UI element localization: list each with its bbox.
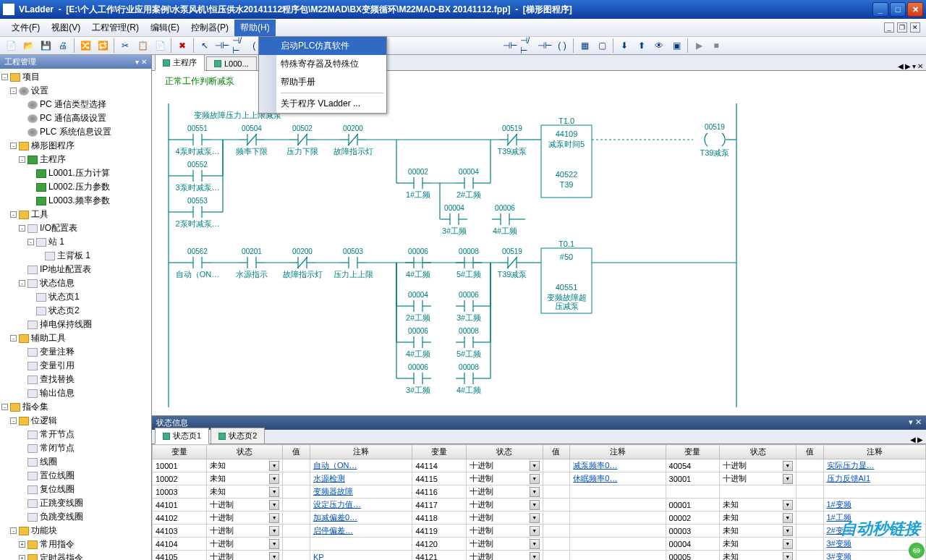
- connect-icon[interactable]: 🔀: [77, 38, 93, 53]
- download-icon[interactable]: ⬇: [616, 38, 632, 53]
- pin-icon[interactable]: ▾ ✕: [135, 58, 147, 66]
- col-header[interactable]: 值: [543, 445, 570, 459]
- connect2-icon[interactable]: 🔁: [95, 38, 111, 53]
- menu-2[interactable]: 工程管理(R): [86, 20, 145, 36]
- cut-icon[interactable]: ✂: [117, 38, 133, 53]
- tree-item[interactable]: 状态页1: [1, 290, 150, 304]
- tool-e-icon[interactable]: ▦: [577, 38, 592, 53]
- tool-f-icon[interactable]: ▢: [594, 38, 610, 53]
- tree-item[interactable]: 变量引用: [1, 359, 150, 373]
- contact-nc-icon[interactable]: ⊣/⊢: [232, 38, 247, 53]
- new-icon[interactable]: 📄: [3, 38, 19, 53]
- status-pin-icon[interactable]: ▾ ✕: [909, 417, 922, 428]
- tool-d-icon[interactable]: ( ): [554, 38, 570, 53]
- dropdown-icon[interactable]: ▼: [269, 461, 279, 471]
- tree-item[interactable]: -I/O配置表: [1, 221, 150, 235]
- run-icon[interactable]: ▶: [691, 38, 707, 53]
- tab-prev-icon[interactable]: ◀: [898, 62, 904, 70]
- tree-item[interactable]: PC 通信类型选择: [1, 98, 150, 111]
- menu-3[interactable]: 编辑(E): [145, 20, 185, 36]
- col-header[interactable]: 状态: [720, 445, 797, 459]
- dropdown-icon[interactable]: ▼: [783, 461, 793, 471]
- dropdown-icon[interactable]: ▼: [269, 487, 279, 497]
- tree-item[interactable]: 正跳变线圈: [1, 496, 150, 510]
- menu-0[interactable]: 文件(F): [6, 20, 46, 36]
- mdi-minimize[interactable]: _: [884, 22, 894, 33]
- table-row[interactable]: 44101十进制▼设定压力值…44117十进制▼00001未知▼1#变频: [153, 499, 926, 512]
- col-header[interactable]: 注释: [570, 445, 666, 459]
- monitor-icon[interactable]: 👁: [651, 38, 667, 53]
- dropdown-icon[interactable]: ▼: [530, 487, 540, 497]
- tree-item[interactable]: -主程序: [1, 153, 150, 166]
- dropdown-icon[interactable]: ▼: [530, 552, 540, 561]
- dropdown-icon[interactable]: ▼: [783, 552, 793, 561]
- dropdown-icon[interactable]: ▼: [530, 513, 540, 523]
- dropdown-icon[interactable]: ▼: [783, 474, 793, 484]
- status-tab-1[interactable]: 状态页1: [155, 428, 209, 444]
- tree-item[interactable]: +常用指令: [1, 538, 150, 551]
- tree-item[interactable]: PLC 系统信息设置: [1, 125, 150, 139]
- tool-c-icon[interactable]: ⊣⊢: [537, 38, 553, 53]
- table-row[interactable]: 10003未知▼变频器故障44116十进制▼: [153, 485, 926, 499]
- tree-item[interactable]: -梯形图程序: [1, 139, 150, 153]
- tool-b-icon[interactable]: ⊣/⊢: [519, 38, 535, 53]
- table-row[interactable]: 10002未知▼水源检测44115十进制▼休眠频率0…30001十进制▼压力反馈…: [153, 472, 926, 485]
- dropdown-icon[interactable]: ▼: [269, 500, 279, 510]
- tree-item[interactable]: 变量注释: [1, 345, 150, 359]
- tab-l000[interactable]: L000...: [206, 56, 257, 70]
- table-row[interactable]: 44104十进制▼44120十进制▼00004未知▼3#变频: [153, 538, 926, 551]
- table-row[interactable]: 44103十进制▼启停偏差…44119十进制▼00003未知▼2#变频: [153, 525, 926, 538]
- menu-start-sim[interactable]: 启动PLC仿真软件: [259, 37, 386, 55]
- maximize-button[interactable]: □: [890, 2, 906, 17]
- dropdown-icon[interactable]: ▼: [269, 513, 279, 523]
- col-header[interactable]: 注释: [823, 445, 926, 459]
- tree-item[interactable]: 输出信息: [1, 386, 150, 400]
- col-header[interactable]: 值: [796, 445, 823, 459]
- save-icon[interactable]: 💾: [38, 38, 54, 53]
- tree-item[interactable]: -项目: [1, 70, 150, 84]
- tree-item[interactable]: 置位线圈: [1, 469, 150, 483]
- mdi-restore[interactable]: ❐: [897, 22, 907, 33]
- stop-icon[interactable]: ■: [708, 38, 724, 53]
- dropdown-icon[interactable]: ▼: [783, 539, 793, 549]
- tab-close-icon[interactable]: ✕: [917, 62, 923, 70]
- tree-item[interactable]: IP地址配置表: [1, 263, 150, 276]
- tree-item[interactable]: L0001.压力计算: [1, 166, 150, 180]
- tool-a-icon[interactable]: ⊣⊢: [502, 38, 518, 53]
- io-icon[interactable]: ▣: [668, 38, 684, 53]
- dropdown-icon[interactable]: ▼: [269, 526, 279, 536]
- stab-next-icon[interactable]: ▶: [917, 436, 923, 444]
- close-button[interactable]: ✕: [907, 2, 923, 17]
- table-row[interactable]: 10001未知▼自动（ON…44114十进制▼减泵频率0…40054十进制▼实际…: [153, 459, 926, 472]
- col-header[interactable]: 变量: [153, 445, 207, 459]
- tree-item[interactable]: -指令集: [1, 400, 150, 414]
- dropdown-icon[interactable]: ▼: [783, 513, 793, 523]
- tree-item[interactable]: 常闭节点: [1, 441, 150, 455]
- minimize-button[interactable]: _: [872, 2, 888, 17]
- col-header[interactable]: 状态: [206, 445, 283, 459]
- project-tree[interactable]: -项目-设置PC 通信类型选择PC 通信高级设置PLC 系统信息设置-梯形图程序…: [0, 69, 151, 560]
- tree-item[interactable]: PC 通信高级设置: [1, 111, 150, 125]
- tree-item[interactable]: 负跳变线圈: [1, 510, 150, 524]
- col-header[interactable]: 值: [283, 445, 310, 459]
- stab-prev-icon[interactable]: ◀: [910, 436, 916, 444]
- tree-item[interactable]: -工具: [1, 208, 150, 221]
- menu-1[interactable]: 视图(V): [46, 20, 86, 36]
- tree-item[interactable]: L0003.频率参数: [1, 194, 150, 208]
- dropdown-icon[interactable]: ▼: [269, 539, 279, 549]
- dropdown-icon[interactable]: ▼: [530, 500, 540, 510]
- tree-item[interactable]: 掉电保持线圈: [1, 318, 150, 331]
- ladder-diagram[interactable]: 正常工作判断减泵 变频故障压力上上限减泵005514泵时减泵…00504频率下限…: [152, 71, 926, 415]
- tree-item[interactable]: 主背板 1: [1, 249, 150, 263]
- dropdown-icon[interactable]: ▼: [530, 461, 540, 471]
- tab-main[interactable]: 主程序: [155, 54, 205, 71]
- tree-item[interactable]: -设置: [1, 84, 150, 98]
- tree-item[interactable]: 常开节点: [1, 428, 150, 441]
- tree-item[interactable]: 线圈: [1, 455, 150, 469]
- dropdown-icon[interactable]: ▼: [783, 526, 793, 536]
- tree-item[interactable]: 状态页2: [1, 304, 150, 318]
- tree-item[interactable]: L0002.压力参数: [1, 180, 150, 194]
- upload-icon[interactable]: ⬆: [634, 38, 650, 53]
- tree-item[interactable]: -站 1: [1, 235, 150, 249]
- menu-help-manual[interactable]: 帮助手册: [259, 73, 386, 91]
